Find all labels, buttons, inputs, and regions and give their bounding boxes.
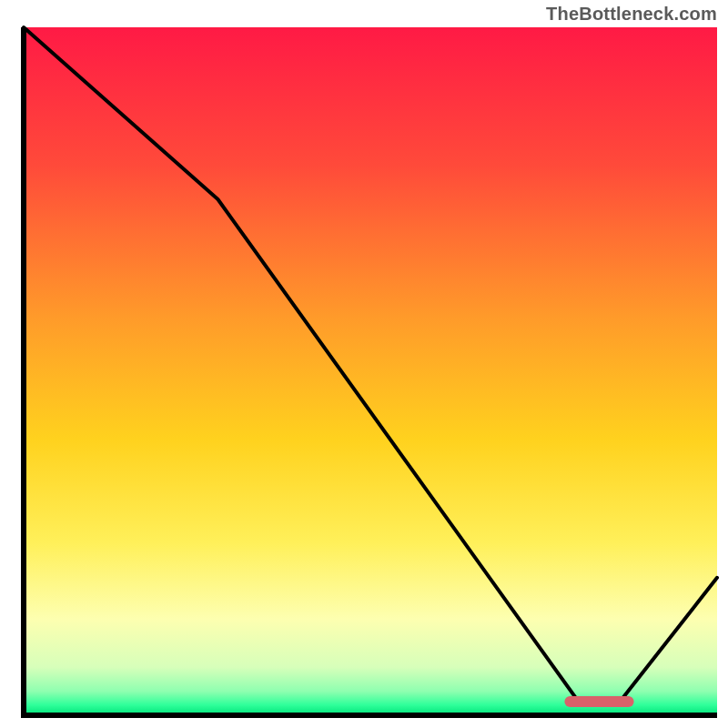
plot-background [24,27,717,715]
bottleneck-chart [0,0,728,728]
chart-container: TheBottleneck.com [0,0,728,728]
optimum-marker [564,696,633,707]
